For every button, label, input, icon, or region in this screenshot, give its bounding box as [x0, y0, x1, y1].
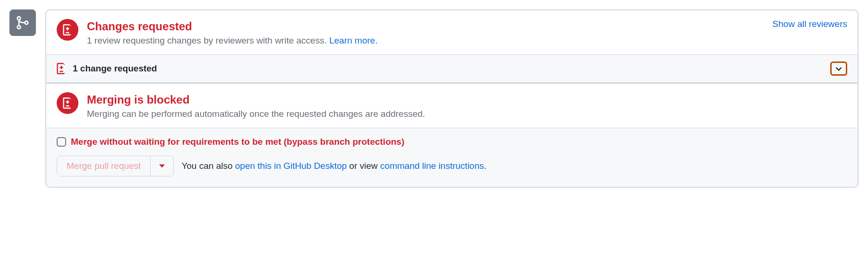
expand-changes-button[interactable] — [830, 61, 847, 76]
changes-requested-heading: Changes requested — [87, 19, 192, 34]
changes-requested-bar: 1 change requested — [46, 54, 858, 84]
helper-prefix: You can also — [181, 161, 235, 171]
svg-point-0 — [17, 17, 21, 20]
bypass-checkbox[interactable] — [57, 137, 66, 147]
svg-point-1 — [17, 26, 21, 29]
merge-helper-text: You can also open this in GitHub Desktop… — [181, 161, 486, 171]
open-github-desktop-link[interactable]: open this in GitHub Desktop — [235, 161, 347, 171]
changes-requested-badge — [57, 19, 78, 41]
chevron-down-icon — [834, 64, 843, 73]
show-all-reviewers-link[interactable]: Show all reviewers — [773, 19, 847, 29]
merging-blocked-badge — [57, 92, 78, 114]
bypass-merge-section: Merge without waiting for requirements t… — [46, 128, 858, 187]
helper-period: . — [484, 161, 486, 171]
merge-dropdown-button[interactable] — [150, 156, 173, 176]
git-merge-icon — [9, 9, 36, 36]
review-status-subtext: 1 review requesting changes by reviewers… — [87, 35, 847, 46]
merging-blocked-subtext: Merging can be performed automatically o… — [87, 109, 847, 119]
command-line-instructions-link[interactable]: command line instructions — [380, 161, 484, 171]
caret-down-icon — [159, 164, 165, 168]
review-status-section: Changes requested Show all reviewers 1 r… — [46, 10, 858, 54]
merging-blocked-heading: Merging is blocked — [87, 92, 847, 107]
svg-point-2 — [25, 21, 28, 25]
review-count-text: 1 review requesting changes by reviewers… — [87, 35, 329, 45]
bypass-label[interactable]: Merge without waiting for requirements t… — [71, 137, 404, 147]
merge-pull-request-button[interactable]: Merge pull request — [57, 156, 150, 176]
file-diff-icon — [63, 24, 72, 35]
merging-blocked-section: Merging is blocked Merging can be perfor… — [46, 84, 858, 128]
file-diff-icon — [63, 97, 72, 109]
merge-status-box: Changes requested Show all reviewers 1 r… — [45, 9, 859, 188]
file-diff-icon — [57, 63, 66, 74]
change-requested-count: 1 change requested — [73, 63, 157, 74]
merge-button-group: Merge pull request — [57, 156, 174, 176]
helper-mid: or view — [347, 161, 380, 171]
learn-more-link[interactable]: Learn more. — [329, 35, 377, 45]
